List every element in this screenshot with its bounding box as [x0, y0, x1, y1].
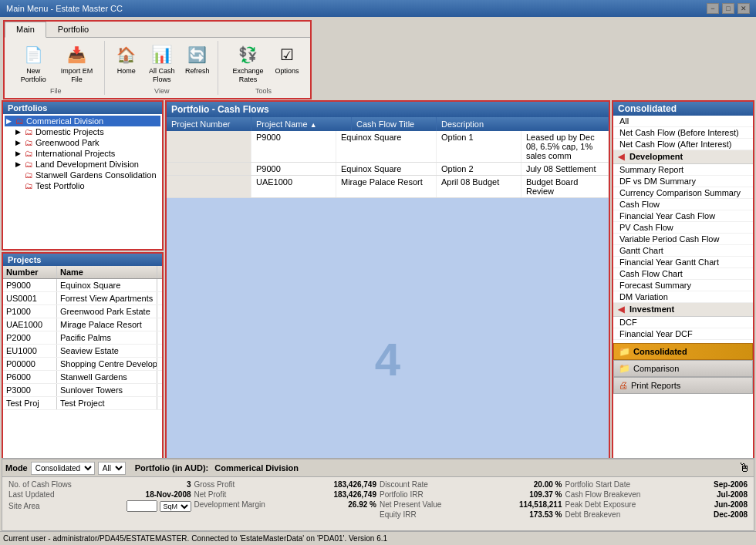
portfolio-item-commercial[interactable]: ▶ 🗂 Commerical Division	[5, 116, 160, 126]
rp-item-summary[interactable]: Summary Report	[613, 164, 753, 176]
consolidated-btn-label: Consolidated	[633, 347, 687, 356]
rp-item-gantt[interactable]: Gantt Chart	[613, 245, 753, 257]
stats-grid: No. of Cash Flows 3 Last Updated 18-Nov-…	[2, 477, 754, 522]
cf-table-header: Project Number Project Name ▲ Cash Flow …	[167, 117, 609, 131]
rp-item-net-before[interactable]: Net Cash Flow (Before Interest)	[613, 127, 753, 139]
rp-item-cashflow-chart[interactable]: Cash Flow Chart	[613, 268, 753, 280]
tab-portfolio[interactable]: Portfolio	[46, 22, 100, 37]
table-row[interactable]: P1000Greenwood Park Estate	[3, 305, 162, 318]
table-row[interactable]: P00000Shopping Centre Development	[3, 358, 162, 371]
ribbon-group-tools-items: 💱 Exchange Rates ☑ Options	[226, 41, 301, 86]
cf-col-description: Description	[437, 117, 609, 131]
new-portfolio-button[interactable]: 📄 New Portfolio	[14, 41, 52, 86]
stats-col-3: Discount Rate 20.00 % Portfolio IRR 109.…	[378, 479, 564, 520]
comparison-btn[interactable]: 📁 Comparison	[613, 360, 753, 377]
exchange-rates-icon: 💱	[235, 42, 260, 67]
row-num-indicator	[167, 163, 251, 175]
title-bar: Main Menu - Estate Master CC − □ ✕	[0, 0, 756, 17]
view-group-label: View	[154, 87, 169, 95]
folder-icon: 🗂	[25, 127, 33, 136]
all-cash-flows-button[interactable]: 📊 All Cash Flows	[143, 41, 181, 86]
table-row[interactable]: P3000Sunlover Towers	[3, 384, 162, 397]
rp-item-fy-gantt[interactable]: Financial Year Gantt Chart	[613, 257, 753, 268]
cf-col-project-name: Project Name ▲	[251, 117, 352, 131]
site-area-unit-select[interactable]: SqM	[160, 501, 191, 512]
rp-item-dcf[interactable]: DCF	[613, 317, 753, 328]
rp-item-pv-cashflow[interactable]: PV Cash Flow	[613, 222, 753, 234]
close-btn[interactable]: ✕	[737, 3, 750, 14]
table-row[interactable]: P9000Equinox Square	[3, 279, 162, 292]
expand-icon: ▶	[15, 128, 25, 136]
row-num-indicator	[167, 131, 251, 162]
portfolio-item-domestic[interactable]: ▶ 🗂 Domestic Projects	[5, 126, 160, 137]
site-area-input[interactable]	[127, 500, 157, 512]
portfolio-item-stanwell[interactable]: 🗂 Stanwell Gardens Consolidation	[5, 170, 160, 180]
consolidated-header: Consolidated	[613, 102, 753, 116]
stat-npv: Net Present Value 114,518,211	[378, 500, 564, 510]
table-row[interactable]: P6000Stanwell Gardens	[3, 371, 162, 384]
rp-item-cashflow[interactable]: Cash Flow	[613, 199, 753, 210]
rp-item-forecast[interactable]: Forecast Summary	[613, 280, 753, 291]
folder-icon: 🗂	[25, 181, 33, 190]
table-row[interactable]: P2000Pacific Palms	[3, 331, 162, 345]
cashflows-table: Project Number Project Name ▲ Cash Flow …	[167, 117, 609, 198]
minimize-btn[interactable]: −	[707, 3, 719, 14]
print-reports-btn[interactable]: 🖨 Print Reports	[613, 377, 753, 394]
rp-item-fy-cashflow[interactable]: Financial Year Cash Flow	[613, 210, 753, 222]
table-row[interactable]: US0001Forrest View Apartments	[3, 292, 162, 305]
portfolio-item-international[interactable]: ▶ 🗂 International Projects	[5, 148, 160, 159]
cursor-icon: 🖱	[738, 461, 751, 475]
bottom-stats: Mode ConsolidatedDevelopmentInvestment A…	[2, 458, 754, 531]
rp-item-currency[interactable]: Currency Comparison Summary	[613, 187, 753, 199]
import-label: Import EM File	[59, 67, 94, 84]
portfolio-item-test[interactable]: 🗂 Test Portfolio	[5, 180, 160, 191]
portfolio-item-greenwood[interactable]: ▶ 🗂 Greenwood Park	[5, 137, 160, 148]
portfolios-tree[interactable]: ▶ 🗂 Commerical Division ▶ 🗂 Domestic Pro…	[3, 114, 162, 249]
options-button[interactable]: ☑ Options	[273, 41, 301, 86]
filter-select[interactable]: All	[98, 462, 126, 475]
rp-item-fy-dcf[interactable]: Financial Year DCF	[613, 328, 753, 340]
cf-row[interactable]: P9000 Equinox Square Option 2 July 08 Se…	[167, 163, 609, 176]
refresh-label: Refresh	[185, 67, 210, 76]
stat-cashflow-breakeven: Cash Flow Breakeven Jul-2008	[564, 489, 750, 500]
exchange-rates-label: Exchange Rates	[229, 67, 267, 84]
stat-portfolio-irr: Portfolio IRR 109.37 %	[378, 489, 564, 500]
exchange-rates-button[interactable]: 💱 Exchange Rates	[226, 41, 270, 86]
rp-item-df-dm[interactable]: DF vs DM Summary	[613, 176, 753, 187]
cashflows-header: Portfolio - Cash Flows	[167, 102, 609, 117]
rp-item-all[interactable]: All	[613, 116, 753, 127]
status-text: Current user - administrator/PDA45/ESTAT…	[3, 534, 387, 543]
folder-icon: 📁	[619, 363, 630, 374]
ribbon-group-file: 📄 New Portfolio 📥 Import EM File File	[8, 41, 105, 95]
maximize-btn[interactable]: □	[722, 3, 734, 14]
import-em-file-button[interactable]: 📥 Import EM File	[56, 41, 97, 86]
cf-row[interactable]: P9000 Equinox Square Option 1 Leased up …	[167, 131, 609, 163]
consolidated-action-btn[interactable]: 📁 Consolidated	[613, 343, 753, 360]
table-row[interactable]: UAE1000Mirage Palace Resort	[3, 318, 162, 331]
projects-col-name: Name	[57, 266, 157, 278]
portfolio-item-land-dev[interactable]: ▶ 🗂 Land Development Division	[5, 159, 160, 170]
portfolios-panel: Portfolios ▶ 🗂 Commerical Division ▶ 🗂 D…	[2, 100, 164, 251]
cf-row[interactable]: UAE1000 Mirage Palace Resort April 08 Bu…	[167, 176, 609, 198]
refresh-button[interactable]: 🔄 Refresh	[184, 41, 211, 86]
stats-col-1: No. of Cash Flows 3 Last Updated 18-Nov-…	[7, 479, 193, 520]
folder-open-icon: 📁	[619, 346, 630, 357]
home-button[interactable]: 🏠 Home	[113, 41, 140, 86]
portfolio-label: Portfolio (in AUD):	[135, 463, 209, 473]
mode-select[interactable]: ConsolidatedDevelopmentInvestment	[31, 462, 95, 475]
rp-item-variable[interactable]: Variable Period Cash Flow	[613, 234, 753, 245]
ribbon-tabs: Main Portfolio	[5, 22, 310, 38]
table-row[interactable]: EU1000Seaview Estate	[3, 345, 162, 358]
print-icon: 🖨	[619, 380, 628, 391]
ribbon-content: 📄 New Portfolio 📥 Import EM File File 🏠 …	[5, 38, 310, 98]
stat-last-updated: Last Updated 18-Nov-2008	[7, 489, 193, 500]
rp-item-dm-variation[interactable]: DM Variation	[613, 291, 753, 303]
import-icon: 📥	[65, 42, 89, 67]
home-icon: 🏠	[114, 42, 139, 67]
folder-icon: 🗂	[25, 149, 33, 158]
rp-item-net-after[interactable]: Net Cash Flow (After Interest)	[613, 139, 753, 150]
cf-col-cashflow-title: Cash Flow Title	[352, 117, 437, 131]
table-row[interactable]: Test ProjTest Project	[3, 397, 162, 410]
tab-main[interactable]: Main	[5, 22, 46, 38]
print-reports-btn-label: Print Reports	[631, 381, 680, 390]
